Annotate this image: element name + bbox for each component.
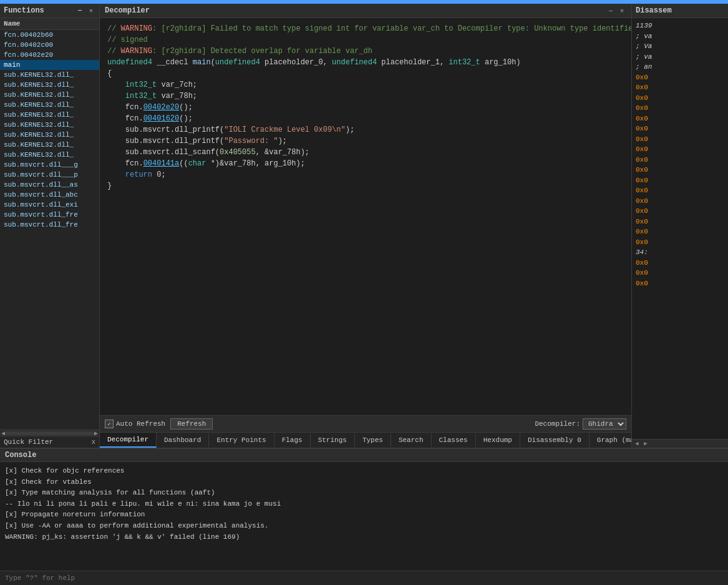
console-area: Console [x] Check for objc references[x]…	[0, 448, 728, 585]
console-line: [x] Type matching analysis for all funct…	[5, 488, 723, 499]
code-line: sub.msvcrt.dll_printf("IOLI Crackme Leve…	[107, 124, 624, 135]
asm-line: ; va	[636, 31, 724, 42]
asm-line: 0x0	[636, 227, 724, 237]
console-line: WARNING: pj_ks: assertion 'j && k && v' …	[5, 532, 723, 543]
function-item[interactable]: sub.KERNEL32.dll_	[0, 120, 99, 130]
asm-line: 0x0	[636, 196, 724, 207]
function-item[interactable]: sub.KERNEL32.dll_	[0, 130, 99, 140]
disassembly-title: Disassem	[636, 6, 672, 15]
disassembly-panel: Disassem 1139; va; Va; va; an0x00x00x00x…	[631, 4, 728, 448]
function-item[interactable]: fcn.00402e20	[0, 50, 99, 60]
console-line: [x] Propagate noreturn information	[5, 509, 723, 521]
decompiler-selector-label: Decompiler:	[535, 420, 580, 428]
code-line: sub.msvcrt.dll_printf("Password: ");	[107, 135, 624, 147]
auto-refresh-label: Auto Refresh	[116, 420, 165, 428]
functions-bottom: Quick Filter x	[0, 436, 99, 448]
asm-scroll-right[interactable]: ▶	[642, 440, 649, 448]
functions-header: Functions ‒ ✕	[0, 4, 99, 18]
console-input[interactable]	[5, 574, 723, 582]
code-line: // signed	[107, 34, 624, 46]
auto-refresh-checkbox[interactable]: ✓	[105, 420, 114, 428]
code-line: int32_t var_7ch;	[107, 79, 624, 91]
asm-line: 34:	[636, 247, 724, 258]
asm-line: 1139	[636, 21, 724, 31]
functions-list[interactable]: fcn.00402b60fcn.00402c00fcn.00402e20main…	[0, 30, 99, 430]
asm-line: ; va	[636, 52, 724, 62]
functions-panel: Functions ‒ ✕ Name fcn.00402b60fcn.00402…	[0, 4, 100, 448]
function-item[interactable]: sub.msvcrt.dll__as	[0, 180, 99, 190]
refresh-button[interactable]: Refresh	[170, 418, 213, 430]
decompiler-minimize-icon[interactable]: ‒	[606, 6, 615, 15]
tab-flags[interactable]: Flags	[274, 433, 311, 447]
tab-hexdump[interactable]: Hexdump	[476, 433, 520, 447]
quick-filter-label: Quick Filter	[4, 438, 53, 446]
quick-filter-clear[interactable]: x	[91, 438, 95, 446]
tab-dashboard[interactable]: Dashboard	[157, 433, 209, 447]
function-item[interactable]: sub.KERNEL32.dll_	[0, 150, 99, 160]
tabs-bar: DecompilerDashboardEntry PointsFlagsStri…	[100, 432, 631, 448]
function-item[interactable]: sub.KERNEL32.dll_	[0, 140, 99, 150]
asm-scroll-left[interactable]: ◀	[633, 440, 641, 448]
function-item[interactable]: sub.KERNEL32.dll_	[0, 90, 99, 100]
function-item[interactable]: sub.KERNEL32.dll_	[0, 70, 99, 80]
decompiler-dropdown[interactable]: Ghidra	[583, 418, 626, 430]
asm-line: 0x0	[636, 175, 724, 186]
decompiler-title: Decompiler	[105, 6, 150, 15]
code-line: sub.msvcrt.dll_scanf(0x405055, &var_78h)…	[107, 147, 624, 158]
disassembly-code[interactable]: 1139; va; Va; va; an0x00x00x00x00x00x00x…	[632, 18, 728, 439]
function-item[interactable]: sub.KERNEL32.dll_	[0, 100, 99, 110]
code-line: {	[107, 68, 624, 79]
tab-decompiler[interactable]: Decompiler	[100, 433, 157, 448]
asm-line: 0x0	[636, 237, 724, 248]
tab-strings[interactable]: Strings	[311, 433, 355, 447]
function-item[interactable]: sub.KERNEL32.dll_	[0, 80, 99, 90]
asm-line: 0x0	[636, 268, 724, 278]
functions-minimize-icon[interactable]: ‒	[75, 6, 84, 15]
tab-types[interactable]: Types	[355, 433, 391, 447]
center-area: Decompiler ‒ ✕ // WARNING: [r2ghidra] Fa…	[100, 4, 631, 448]
asm-line: 0x0	[636, 93, 724, 104]
asm-line: 0x0	[636, 103, 724, 114]
function-item[interactable]: sub.msvcrt.dll_fre	[0, 220, 99, 230]
hscroll-track	[5, 431, 94, 435]
functions-close-icon[interactable]: ✕	[87, 6, 95, 15]
disassembly-bottom: ◀ ▶	[632, 439, 728, 448]
code-line: return 0;	[107, 169, 624, 180]
function-item[interactable]: sub.msvcrt.dll___p	[0, 170, 99, 180]
code-line: }	[107, 180, 624, 192]
code-line: fcn.0040141a((char *)&var_78h, arg_10h);	[107, 158, 624, 169]
tab-search[interactable]: Search	[391, 433, 432, 447]
functions-title: Functions	[4, 6, 44, 15]
function-item[interactable]: sub.msvcrt.dll_fre	[0, 210, 99, 220]
functions-header-icons: ‒ ✕	[75, 6, 95, 15]
console-line: [x] Check for vtables	[5, 477, 723, 488]
asm-line: 0x0	[636, 165, 724, 175]
function-item[interactable]: sub.KERNEL32.dll_	[0, 110, 99, 120]
function-item[interactable]: main	[0, 60, 99, 70]
function-item[interactable]: fcn.00402c00	[0, 40, 99, 50]
asm-line: 0x0	[636, 278, 724, 289]
code-area[interactable]: // WARNING: [r2ghidra] Failed to match t…	[100, 18, 631, 415]
code-line: fcn.00401620();	[107, 113, 624, 124]
asm-line: 0x0	[636, 217, 724, 227]
tab-classes[interactable]: Classes	[432, 433, 476, 447]
function-item[interactable]: sub.msvcrt.dll_exi	[0, 200, 99, 210]
asm-line: 0x0	[636, 114, 724, 124]
functions-hscrollbar[interactable]: ◀ ▶	[0, 430, 99, 436]
tab-disassembly-0[interactable]: Disassembly 0	[520, 433, 590, 447]
function-item[interactable]: sub.msvcrt.dll_abc	[0, 190, 99, 200]
asm-line: 0x0	[636, 72, 724, 83]
decompiler-close-icon[interactable]: ✕	[618, 6, 626, 15]
asm-line: 0x0	[636, 206, 724, 217]
tab-graph-(main)[interactable]: Graph (main)	[590, 433, 631, 447]
console-header: Console	[0, 449, 728, 462]
code-line: int32_t var_78h;	[107, 91, 624, 102]
function-item[interactable]: fcn.00402b60	[0, 30, 99, 40]
console-output[interactable]: [x] Check for objc references[x] Check f…	[0, 462, 728, 571]
disassembly-header: Disassem	[632, 4, 728, 18]
auto-refresh-check[interactable]: ✓ Auto Refresh	[105, 420, 165, 428]
tab-entry-points[interactable]: Entry Points	[209, 433, 274, 447]
function-item[interactable]: sub.msvcrt.dll___g	[0, 160, 99, 170]
code-line: // WARNING: [r2ghidra] Failed to match t…	[107, 23, 624, 34]
asm-line: 0x0	[636, 134, 724, 145]
